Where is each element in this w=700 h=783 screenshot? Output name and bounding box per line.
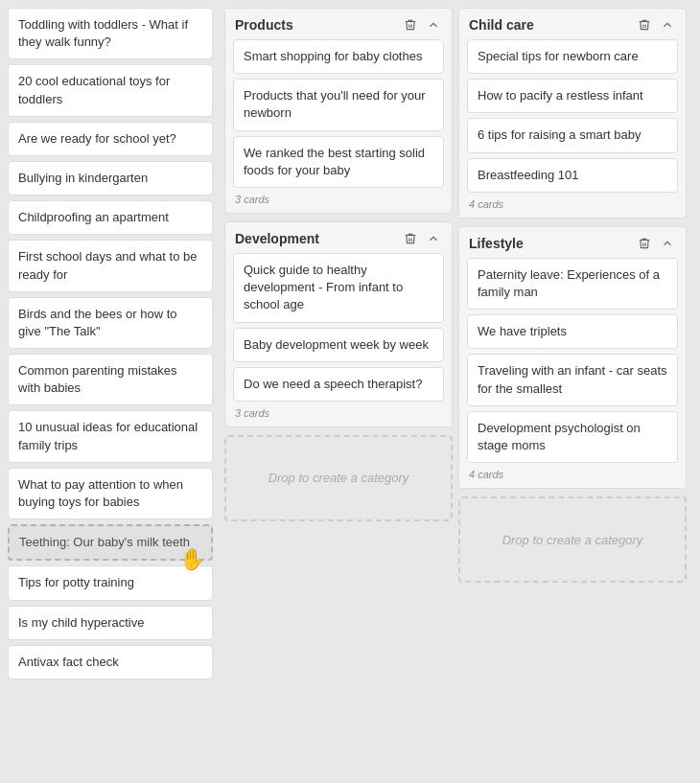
sidebar-item-dragging-wrapper: Teething: Our baby's milk teeth✋ [8,524,213,561]
category-cards: Special tips for newborn careHow to paci… [459,39,686,193]
card[interactable]: Smart shopping for baby clothes [233,39,444,74]
category-header-icons [636,235,676,252]
category-header: Lifestyle [459,227,686,258]
category-count: 3 cards [225,188,452,205]
category-block: Child careSpecial tips for newborn careH… [458,8,687,219]
card[interactable]: Paternity leave: Experiences of a family… [467,258,678,310]
sidebar-item[interactable]: Teething: Our baby's milk teeth [8,524,213,561]
card[interactable]: Special tips for newborn care [467,39,678,74]
category-title: Child care [469,17,534,33]
category-block: ProductsSmart shopping for baby clothesP… [224,8,453,214]
drop-zone[interactable]: Drop to create a category [458,496,687,583]
sidebar-item[interactable]: Tips for potty training [8,565,213,600]
sidebar-item[interactable]: Common parenting mistakes with babies [8,354,213,405]
category-count: 4 cards [459,463,686,480]
collapse-icon[interactable] [425,230,442,247]
collapse-icon[interactable] [659,235,676,252]
category-header: Development [225,222,452,253]
category-header: Child care [459,9,686,39]
column: ProductsSmart shopping for baby clothesP… [224,8,453,775]
sidebar-item[interactable]: Is my child hyperactive [8,606,213,640]
card[interactable]: We ranked the best starting solid foods … [233,136,444,188]
sidebar-item[interactable]: 10 unusual ideas for educational family … [8,410,213,462]
category-count: 3 cards [225,402,452,419]
category-header-icons [402,230,442,247]
card[interactable]: Breastfeeding 101 [467,158,678,193]
category-block: DevelopmentQuick guide to healthy develo… [224,221,453,427]
column: Child careSpecial tips for newborn careH… [458,8,687,775]
sidebar-item[interactable]: First school days and what to be ready f… [8,240,213,291]
category-header-icons [402,16,442,34]
card[interactable]: Development psychologist on stage moms [467,411,678,463]
card[interactable]: How to pacify a restless infant [467,79,678,113]
card[interactable]: Traveling with an infant - car seats for… [467,354,678,405]
drop-zone[interactable]: Drop to create a category [224,435,453,521]
columns-area: ProductsSmart shopping for baby clothesP… [221,0,700,783]
collapse-icon[interactable] [659,16,676,34]
collapse-icon[interactable] [425,16,442,34]
sidebar-item[interactable]: Bullying in kindergarten [8,161,213,196]
category-cards: Quick guide to healthy development - Fro… [225,253,452,402]
card[interactable]: Do we need a speech therapist? [233,367,444,402]
sidebar-item[interactable]: Childproofing an apartment [8,200,213,235]
category-header-icons [636,16,676,34]
sidebar-item[interactable]: What to pay attention to when buying toy… [8,468,213,519]
category-title: Products [235,17,293,33]
category-count: 4 cards [459,193,686,210]
sidebar-item[interactable]: Toddling with toddlers - What if they wa… [8,8,213,59]
trash-icon[interactable] [636,16,653,34]
board: Toddling with toddlers - What if they wa… [0,0,700,783]
category-cards: Smart shopping for baby clothesProducts … [225,39,452,188]
sidebar-item[interactable]: Are we ready for school yet? [8,122,213,156]
category-header: Products [225,9,452,39]
category-title: Lifestyle [469,236,524,251]
card[interactable]: Products that you'll need for your newbo… [233,79,444,130]
category-cards: Paternity leave: Experiences of a family… [459,258,686,463]
category-block: LifestylePaternity leave: Experiences of… [458,226,687,489]
trash-icon[interactable] [402,16,419,34]
card[interactable]: Quick guide to healthy development - Fro… [233,253,444,323]
card[interactable]: Baby development week by week [233,328,444,362]
sidebar-item[interactable]: Birds and the bees or how to give "The T… [8,297,213,349]
trash-icon[interactable] [636,235,653,252]
sidebar-item[interactable]: 20 cool educational toys for toddlers [8,64,213,116]
sidebar: Toddling with toddlers - What if they wa… [0,0,221,783]
card[interactable]: We have triplets [467,314,678,349]
category-title: Development [235,231,319,246]
card[interactable]: 6 tips for raising a smart baby [467,118,678,152]
trash-icon[interactable] [402,230,419,247]
sidebar-item[interactable]: Antivax fact check [8,645,213,679]
